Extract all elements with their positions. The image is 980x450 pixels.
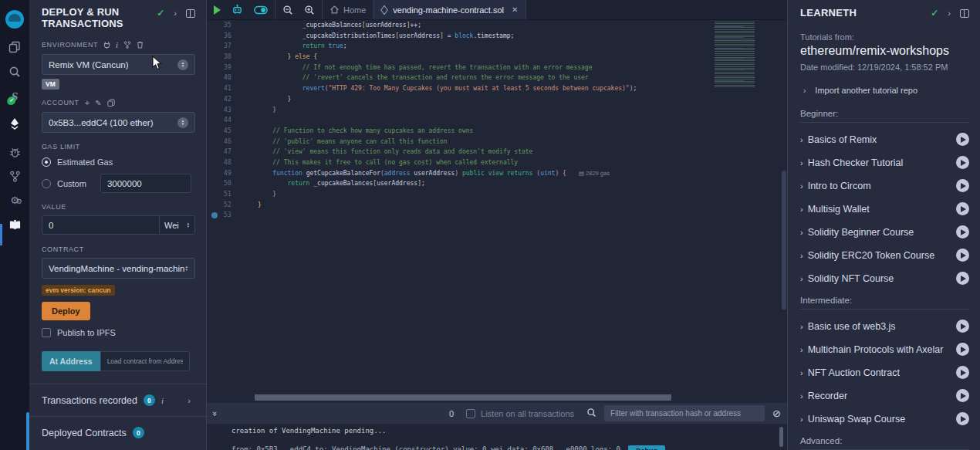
sidebar-item-deploy-run[interactable] xyxy=(0,112,29,135)
expand-panel-icon[interactable]: › xyxy=(174,8,177,18)
trash-icon[interactable] xyxy=(137,41,144,49)
editor-vertical-scrollbar[interactable] xyxy=(782,171,786,310)
custom-gas-radio[interactable] xyxy=(42,179,51,188)
value-label: VALUE xyxy=(42,203,66,211)
code-editor[interactable]: 35 _cupcakeBalances[userAddress]++;36 _c… xyxy=(207,20,787,394)
zoom-in-button[interactable] xyxy=(304,5,315,15)
chevron-right-icon: › xyxy=(800,228,803,237)
deployed-contracts-row[interactable]: Deployed Contracts 0 xyxy=(42,417,195,448)
deploy-button[interactable]: Deploy xyxy=(42,302,90,320)
plug-icon[interactable] xyxy=(103,41,110,49)
terminal-search-icon[interactable] xyxy=(586,408,596,420)
estimated-gas-radio[interactable] xyxy=(42,157,51,167)
tutorial-item-label: Multichain Protocols with Axelar xyxy=(808,344,944,355)
contract-select[interactable]: VendingMachine - vending-machin ▲▼ xyxy=(42,258,195,279)
sidebar-item-solidity-compiler[interactable]: S✓ xyxy=(0,85,29,108)
play-tutorial-icon[interactable] xyxy=(956,343,969,356)
tutorial-section-label: Beginner: xyxy=(800,109,969,123)
tutorial-item[interactable]: ›Basic use of web3.js xyxy=(800,320,969,333)
pin-panel-icon[interactable] xyxy=(186,9,195,18)
zoom-out-button[interactable] xyxy=(282,5,293,15)
debug-button[interactable]: Debug xyxy=(628,445,665,450)
tutorial-item[interactable]: ›Solidity ERC20 Token Course xyxy=(800,249,969,262)
contract-label: CONTRACT xyxy=(42,245,84,253)
terminal-expand-icon[interactable]: » xyxy=(211,411,220,415)
tutorial-item[interactable]: ›Solidity NFT Course xyxy=(800,272,969,285)
transactions-chevron-icon[interactable]: › xyxy=(188,396,191,405)
sidebar-item-source-control[interactable] xyxy=(0,164,29,188)
play-tutorial-icon[interactable] xyxy=(956,133,969,146)
play-tutorial-icon[interactable] xyxy=(956,272,969,285)
learneth-expand-icon[interactable]: › xyxy=(948,8,951,18)
editor-horizontal-scrollbar[interactable] xyxy=(207,394,787,401)
tutorial-item[interactable]: ›Uniswap Swap Course xyxy=(800,412,969,425)
tutorial-item[interactable]: ›Hash Checker Tutorial xyxy=(800,156,969,169)
remix-logo[interactable] xyxy=(0,6,29,32)
import-repo-row[interactable]: › Import another tutorial repo xyxy=(803,86,969,95)
custom-gas-input[interactable] xyxy=(100,174,191,193)
play-tutorial-icon[interactable] xyxy=(956,389,969,402)
publish-ipfs-checkbox[interactable] xyxy=(42,328,51,337)
tab-home[interactable]: Home xyxy=(323,0,373,19)
scrollbar-thumb[interactable] xyxy=(255,394,671,401)
play-tutorial-icon[interactable] xyxy=(956,179,969,192)
sidebar-item-learneth[interactable] xyxy=(0,213,29,236)
learneth-pin-icon[interactable] xyxy=(960,9,969,18)
code-line: 43 } xyxy=(207,105,787,116)
fork-icon[interactable] xyxy=(123,41,131,49)
play-tutorial-icon[interactable] xyxy=(956,366,969,379)
play-tutorial-icon[interactable] xyxy=(956,249,969,262)
run-script-button[interactable] xyxy=(214,5,221,15)
sidebar-item-debugger[interactable] xyxy=(0,140,29,164)
transactions-recorded-row[interactable]: Transactions recorded 0 i › xyxy=(42,384,195,416)
code-line: 40 // 'revert' cancels the transaction a… xyxy=(207,73,787,83)
account-select[interactable]: 0x5B3...eddC4 (100 ether) ▲▼ xyxy=(42,112,195,133)
tutorial-item[interactable]: ›Intro to Circom xyxy=(800,179,969,192)
terminal-scrollbar[interactable] xyxy=(779,427,783,447)
tutorial-item[interactable]: ›Multichain Protocols with Axelar xyxy=(800,343,969,356)
terminal-filter-input[interactable] xyxy=(604,405,765,421)
value-unit-select[interactable]: Wei ▲▼ xyxy=(159,215,195,235)
copilot-toggle[interactable] xyxy=(254,5,268,15)
play-tutorial-icon[interactable] xyxy=(956,156,969,169)
sidebar-item-file-explorer[interactable] xyxy=(0,36,29,59)
account-pin-icon[interactable]: ▲▼ xyxy=(177,117,188,128)
play-tutorial-icon[interactable] xyxy=(956,412,969,425)
copy-icon[interactable] xyxy=(107,99,115,107)
publish-ipfs-label: Publish to IPFS xyxy=(57,328,116,337)
breakpoint-dot[interactable] xyxy=(211,212,218,218)
tutorial-item[interactable]: ›Multisig Wallet xyxy=(800,202,969,215)
at-address-button[interactable]: At Address xyxy=(42,351,100,371)
value-input[interactable] xyxy=(42,215,159,235)
tutorial-item[interactable]: ›Basics of Remix xyxy=(800,133,969,146)
play-tutorial-icon[interactable] xyxy=(956,202,969,215)
minimap[interactable] xyxy=(715,22,779,88)
sidebar-item-plugin-manager[interactable]: ⚙⚙ xyxy=(0,188,29,211)
sidebar-item-search[interactable] xyxy=(0,60,29,83)
add-account-icon[interactable]: + xyxy=(85,98,90,107)
tutorial-item[interactable]: ›Recorder xyxy=(800,389,969,402)
home-tab-label: Home xyxy=(343,5,366,15)
play-icon xyxy=(214,5,221,15)
terminal-log[interactable]: creation of VendingMachine pending... fr… xyxy=(207,424,787,450)
clear-console-icon[interactable]: ⊘ xyxy=(772,408,781,419)
tutorial-item[interactable]: ›NFT Auction Contract xyxy=(800,366,969,379)
edit-icon[interactable]: ✎ xyxy=(95,99,101,107)
environment-pin-icon[interactable]: ▲▼ xyxy=(177,59,188,70)
info-icon[interactable]: i xyxy=(116,40,118,49)
close-tab-icon[interactable]: ✕ xyxy=(512,5,518,14)
play-tutorial-icon[interactable] xyxy=(956,225,969,239)
listen-all-checkbox[interactable] xyxy=(466,409,475,418)
tutorial-section-label: Advanced: xyxy=(800,436,969,450)
transactions-info-icon[interactable]: i xyxy=(161,396,164,405)
learneth-active-indicator xyxy=(26,412,29,450)
play-tutorial-icon[interactable] xyxy=(956,320,969,333)
environment-select[interactable]: Remix VM (Cancun) ▲▼ xyxy=(42,54,195,75)
ai-assistant-button[interactable] xyxy=(231,4,243,15)
at-address-input[interactable] xyxy=(100,351,190,371)
toggle-on-icon xyxy=(254,5,268,15)
learneth-check-icon: ✓ xyxy=(931,8,938,19)
tutorial-item-label: Solidity NFT Course xyxy=(808,273,894,284)
tutorial-item[interactable]: ›Solidity Beginner Course xyxy=(800,225,969,239)
tab-vending-machine-contract[interactable]: vending-machine-contract.sol ✕ xyxy=(373,0,526,19)
